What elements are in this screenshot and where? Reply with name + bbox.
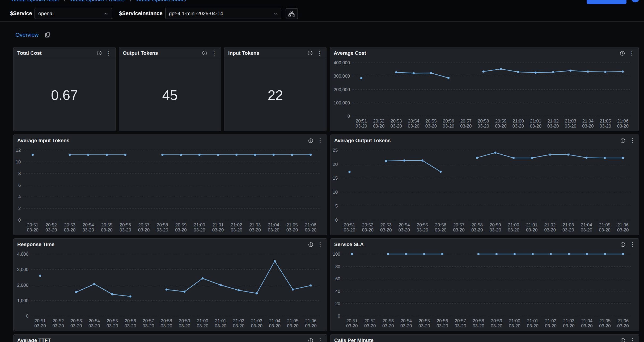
info-icon[interactable] <box>202 50 207 56</box>
chart-response-time[interactable]: 01,0002,0003,0004,00020:5103-2020:5203-2… <box>14 250 327 331</box>
more-menu-icon[interactable]: ⋮ <box>629 337 635 342</box>
svg-text:03-20: 03-20 <box>527 323 538 328</box>
info-icon[interactable] <box>97 50 102 56</box>
card-header: Average Input Tokens ⋮ <box>14 135 327 146</box>
svg-text:21:04: 21:04 <box>582 119 594 124</box>
service-select[interactable]: openai <box>35 8 112 19</box>
svg-text:03-20: 03-20 <box>27 227 38 233</box>
svg-text:20:58: 20:58 <box>161 318 172 323</box>
topbar-avatar-button[interactable] <box>631 0 639 2</box>
svg-text:21:01: 21:01 <box>215 318 226 323</box>
svg-text:03-20: 03-20 <box>565 124 576 129</box>
svg-text:20:59: 20:59 <box>175 222 187 227</box>
svg-text:03-20: 03-20 <box>617 124 628 129</box>
svg-text:03-20: 03-20 <box>34 323 46 328</box>
card-output-tokens: Output Tokens ⋮ 45 <box>119 47 221 131</box>
svg-text:20:52: 20:52 <box>365 318 376 323</box>
svg-text:0: 0 <box>26 314 28 319</box>
svg-text:03-20: 03-20 <box>156 227 168 233</box>
svg-text:03-20: 03-20 <box>581 323 592 328</box>
svg-text:03-20: 03-20 <box>305 227 316 233</box>
svg-text:21:00: 21:00 <box>197 318 208 323</box>
instance-select[interactable]: gpt-4.1-mini-2025-04-14 <box>165 8 281 19</box>
more-menu-icon[interactable]: ⋮ <box>317 337 323 342</box>
info-icon[interactable] <box>308 242 313 247</box>
svg-text:20:51: 20:51 <box>344 222 355 227</box>
cards-grid: Total Cost ⋮ 0.67 Output Tokens <box>13 47 639 342</box>
svg-text:03-20: 03-20 <box>509 323 520 328</box>
more-menu-icon[interactable]: ⋮ <box>317 242 323 247</box>
svg-text:03-20: 03-20 <box>268 227 279 233</box>
svg-text:10: 10 <box>16 159 21 164</box>
svg-text:21:00: 21:00 <box>509 318 520 323</box>
chart-service-sla[interactable]: 02040608010020:5103-2020:5203-2020:5303-… <box>331 250 639 331</box>
breadcrumb-link-node[interactable]: Virtual OpenAI Node <box>11 0 59 3</box>
input-tokens-value: 22 <box>224 59 326 131</box>
info-icon[interactable] <box>308 138 313 143</box>
service-select-value: openai <box>38 11 53 16</box>
svg-text:03-20: 03-20 <box>212 227 224 233</box>
info-icon[interactable] <box>308 338 313 342</box>
instance-filter-label: $ServiceInstance <box>119 10 162 16</box>
svg-text:03-20: 03-20 <box>471 227 483 233</box>
svg-text:03-20: 03-20 <box>380 227 392 233</box>
info-icon[interactable] <box>620 242 625 247</box>
svg-text:03-20: 03-20 <box>425 124 437 129</box>
svg-text:20:56: 20:56 <box>437 318 448 323</box>
card-header-icons: ⋮ <box>308 138 323 143</box>
svg-text:20:55: 20:55 <box>425 119 437 124</box>
svg-text:8: 8 <box>18 171 21 176</box>
total-cost-value: 0.67 <box>14 59 115 131</box>
svg-text:10: 10 <box>333 190 338 195</box>
more-menu-icon[interactable]: ⋮ <box>317 138 323 143</box>
svg-text:03-20: 03-20 <box>382 323 394 328</box>
card-header-icons: ⋮ <box>308 337 323 342</box>
topology-button[interactable] <box>286 8 298 19</box>
breadcrumb-link-provider[interactable]: Virtual OpenAI Provider <box>70 0 125 3</box>
svg-text:03-20: 03-20 <box>83 227 94 233</box>
card-title: Response Time <box>17 242 54 247</box>
svg-text:20:52: 20:52 <box>362 222 374 227</box>
svg-text:100,000: 100,000 <box>334 100 350 105</box>
svg-text:0: 0 <box>348 114 350 119</box>
card-response-time: Response Time ⋮ 01,0002,0003,0004,00020:… <box>13 238 327 331</box>
tab-overview[interactable]: Overview <box>15 32 39 38</box>
more-menu-icon[interactable]: ⋮ <box>317 50 323 56</box>
svg-text:21:01: 21:01 <box>526 222 537 227</box>
chart-average-input-tokens[interactable]: 02468101220:5103-2020:5203-2020:5303-202… <box>14 146 327 235</box>
card-title: Average Output Tokens <box>334 138 391 143</box>
card-header: Total Cost ⋮ <box>14 47 115 59</box>
svg-text:20:54: 20:54 <box>399 222 410 227</box>
svg-text:21:00: 21:00 <box>508 222 519 227</box>
svg-text:21:06: 21:06 <box>617 222 629 227</box>
svg-text:03-20: 03-20 <box>544 227 556 233</box>
chart-average-cost[interactable]: 0100,000200,000300,000400,00020:5103-202… <box>330 59 638 131</box>
svg-text:20:59: 20:59 <box>179 318 190 323</box>
breadcrumb-link-model[interactable]: Virtual OpenAI Model <box>135 0 186 3</box>
info-icon[interactable] <box>620 51 625 56</box>
more-menu-icon[interactable]: ⋮ <box>106 50 112 56</box>
svg-text:20:57: 20:57 <box>455 318 466 323</box>
svg-text:03-20: 03-20 <box>508 227 519 233</box>
topbar-action-button[interactable] <box>587 0 626 4</box>
more-menu-icon[interactable]: ⋮ <box>211 50 217 56</box>
svg-text:03-20: 03-20 <box>599 227 610 233</box>
card-header: Average Output Tokens ⋮ <box>331 135 639 146</box>
copy-dashboard-icon[interactable] <box>45 32 50 38</box>
info-icon[interactable] <box>620 138 625 143</box>
svg-text:20:51: 20:51 <box>27 222 39 227</box>
chart-average-output-tokens[interactable]: 051015202520:5103-2020:5203-2020:5303-20… <box>331 146 639 235</box>
svg-text:03-20: 03-20 <box>101 227 112 233</box>
more-menu-icon[interactable]: ⋮ <box>629 138 635 143</box>
svg-text:03-20: 03-20 <box>599 323 611 328</box>
more-menu-icon[interactable]: ⋮ <box>629 242 635 247</box>
svg-text:20:51: 20:51 <box>35 318 46 323</box>
more-menu-icon[interactable]: ⋮ <box>629 50 635 56</box>
svg-text:21:03: 21:03 <box>563 222 574 227</box>
card-header-icons: ⋮ <box>620 50 635 56</box>
info-icon[interactable] <box>620 338 625 342</box>
info-icon[interactable] <box>308 50 313 56</box>
card-header: Service SLA ⋮ <box>331 239 639 250</box>
svg-text:03-20: 03-20 <box>161 323 172 328</box>
svg-text:21:00: 21:00 <box>512 119 524 124</box>
